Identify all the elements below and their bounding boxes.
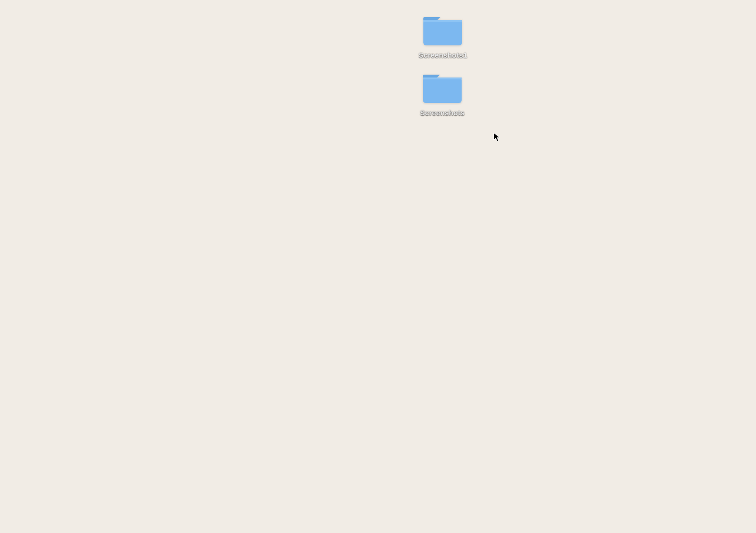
desktop-folder-screenshots[interactable]: Screenshots (417, 71, 467, 118)
folder-icon (422, 13, 463, 47)
cursor-pointer-icon (493, 132, 501, 143)
svg-rect-5 (423, 77, 462, 79)
folder-icon (422, 71, 463, 105)
desktop-folder-screenshots1[interactable]: Screenshots1 (416, 13, 470, 60)
svg-rect-1 (423, 20, 462, 45)
folder-label: Screenshots (417, 108, 467, 118)
svg-rect-2 (423, 20, 462, 22)
svg-rect-4 (423, 77, 462, 103)
folder-label: Screenshots1 (416, 50, 470, 60)
